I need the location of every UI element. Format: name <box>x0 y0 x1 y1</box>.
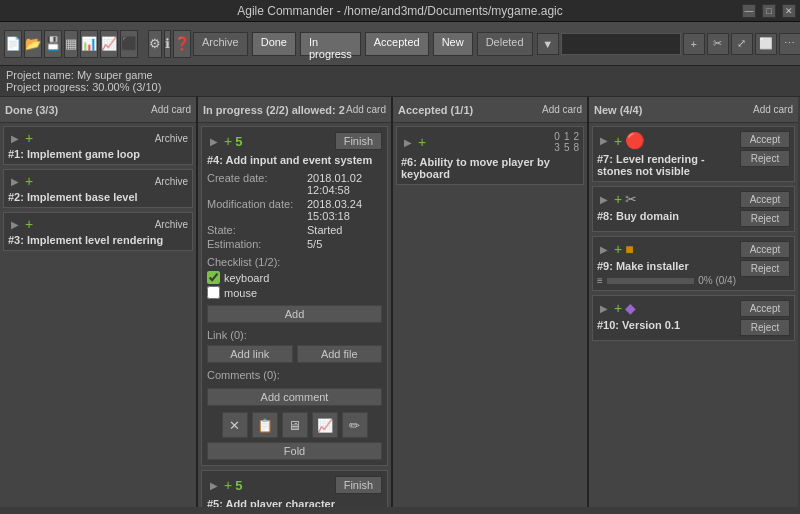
action-row: ✕ 📋 🖥 📈 ✏ <box>207 412 382 438</box>
tab-deleted[interactable]: Deleted <box>477 32 533 56</box>
card-10-reject[interactable]: Reject <box>740 319 790 336</box>
card-9-plus[interactable]: + <box>614 242 622 256</box>
fold-button[interactable]: Fold <box>207 442 382 460</box>
card-5-finish[interactable]: Finish <box>335 476 382 494</box>
card-2-play[interactable]: ▶ <box>8 174 22 188</box>
add-file-button[interactable]: Add file <box>297 345 383 363</box>
card-2-archive[interactable]: Archive <box>155 176 188 187</box>
card-1: ▶ + Archive #1: Implement game loop <box>3 126 193 165</box>
tab-archive[interactable]: Archive <box>193 32 248 56</box>
card-10-accept[interactable]: Accept <box>740 300 790 317</box>
card-1-plus[interactable]: + <box>25 131 33 145</box>
card-6-plus[interactable]: + <box>418 135 426 149</box>
card-3-plus[interactable]: + <box>25 217 33 231</box>
new-icon[interactable]: 📄 <box>4 30 22 58</box>
stats-icon[interactable]: 📈 <box>100 30 118 58</box>
gear-icon[interactable]: ⚙ <box>148 30 162 58</box>
window-controls[interactable]: — □ ✕ <box>742 4 796 18</box>
close-button[interactable]: ✕ <box>782 4 796 18</box>
block-icon[interactable]: ⬛ <box>120 30 138 58</box>
card-5-play[interactable]: ▶ <box>207 478 221 492</box>
minimize-button[interactable]: — <box>742 4 756 18</box>
add-comment-button[interactable]: Add comment <box>207 388 382 406</box>
card-6-title: #6: Ability to move player by keyboard <box>401 156 579 180</box>
card-3-play[interactable]: ▶ <box>8 217 22 231</box>
column-done-header: Done (3/3) Add card <box>0 97 196 123</box>
card-10: ▶ + ◆ #10: Version 0.1 Accept Reject <box>592 295 795 341</box>
card-7-accept[interactable]: Accept <box>740 131 790 148</box>
expand-icon[interactable]: ⤢ <box>731 33 753 55</box>
checklist-mouse-checkbox[interactable] <box>207 286 220 299</box>
card-8-plus[interactable]: + <box>614 192 622 206</box>
add-card-done-button[interactable]: Add card <box>151 104 191 115</box>
card-10-icon: ◆ <box>625 300 636 316</box>
tab-done[interactable]: Done <box>252 32 296 56</box>
card-4-play[interactable]: ▶ <box>207 134 221 148</box>
card-7-plus[interactable]: + <box>614 134 622 148</box>
title-text: Agile Commander - /home/and3md/Documents… <box>237 4 562 18</box>
add-search-icon[interactable]: + <box>683 33 705 55</box>
edit-action-icon[interactable]: ✏ <box>342 412 368 438</box>
card-9-content: ▶ + ■ #9: Make installer ≡ 0% (0/4) <box>597 241 736 286</box>
p0: 0 <box>554 131 560 142</box>
card-9-title: #9: Make installer <box>597 260 736 272</box>
card-10-play[interactable]: ▶ <box>597 301 611 315</box>
card-4-plus[interactable]: + <box>224 134 232 148</box>
toolbar: 📄 📂 💾 ▦ 📊 📈 ⬛ ⚙ ℹ ❓ Archive Done In prog… <box>0 22 800 66</box>
maximize-button[interactable]: □ <box>762 4 776 18</box>
card-8-accept[interactable]: Accept <box>740 191 790 208</box>
add-card-accepted-button[interactable]: Add card <box>542 104 582 115</box>
chart-icon[interactable]: 📊 <box>80 30 98 58</box>
card-5-plus[interactable]: + <box>224 478 232 492</box>
search-input[interactable] <box>561 33 681 55</box>
card-9-progress-icon: ≡ <box>597 275 603 286</box>
copy-action-icon[interactable]: 📋 <box>252 412 278 438</box>
add-card-new-button[interactable]: Add card <box>753 104 793 115</box>
checklist-keyboard-checkbox[interactable] <box>207 271 220 284</box>
add-link-button[interactable]: Add link <box>207 345 293 363</box>
p5: 5 <box>564 142 570 153</box>
more-icon[interactable]: ⋯ <box>779 33 800 55</box>
card-2: ▶ + Archive #2: Implement base level <box>3 169 193 208</box>
card-10-plus[interactable]: + <box>614 301 622 315</box>
help-icon[interactable]: ❓ <box>173 30 191 58</box>
collapse-icon[interactable]: ⬜ <box>755 33 777 55</box>
card-3-archive[interactable]: Archive <box>155 219 188 230</box>
scissors-icon[interactable]: ✂ <box>707 33 729 55</box>
card-1-title: #1: Implement game loop <box>8 148 188 160</box>
column-inprogress-title: In progress (2/2) allowed: 2 <box>203 104 345 116</box>
delete-action-icon[interactable]: ✕ <box>222 412 248 438</box>
card-1-archive[interactable]: Archive <box>155 133 188 144</box>
card-1-play[interactable]: ▶ <box>8 131 22 145</box>
card-5: ▶ + 5 Finish #5: Add player character ≡ … <box>201 470 388 507</box>
card-2-plus[interactable]: + <box>25 174 33 188</box>
card-9-play[interactable]: ▶ <box>597 242 611 256</box>
card-8-actions: Accept Reject <box>740 191 790 227</box>
card-9-actions: Accept Reject <box>740 241 790 277</box>
tab-accepted[interactable]: Accepted <box>365 32 429 56</box>
card-6-play[interactable]: ▶ <box>401 135 415 149</box>
chart-action-icon[interactable]: 📈 <box>312 412 338 438</box>
screen-action-icon[interactable]: 🖥 <box>282 412 308 438</box>
grid-icon[interactable]: ▦ <box>64 30 78 58</box>
checklist-add-button[interactable]: Add <box>207 305 382 323</box>
column-new-header: New (4/4) Add card <box>589 97 798 123</box>
info-icon[interactable]: ℹ <box>164 30 171 58</box>
mod-date-value: 2018.03.2415:03:18 <box>307 198 362 222</box>
card-9-progress: ≡ 0% (0/4) <box>597 275 736 286</box>
card-9-reject[interactable]: Reject <box>740 260 790 277</box>
add-card-inprogress-button[interactable]: Add card <box>346 104 386 115</box>
tab-new[interactable]: New <box>433 32 473 56</box>
card-4-finish[interactable]: Finish <box>335 132 382 150</box>
card-9-progress-label: 0% (0/4) <box>698 275 736 286</box>
card-9-accept[interactable]: Accept <box>740 241 790 258</box>
card-7-reject[interactable]: Reject <box>740 150 790 167</box>
save-icon[interactable]: 💾 <box>44 30 62 58</box>
card-9-icons: ▶ + ■ <box>597 241 736 257</box>
tab-inprogress[interactable]: In progress <box>300 32 361 56</box>
card-8-reject[interactable]: Reject <box>740 210 790 227</box>
open-icon[interactable]: 📂 <box>24 30 42 58</box>
filter-icon[interactable]: ▼ <box>537 33 559 55</box>
card-8-play[interactable]: ▶ <box>597 192 611 206</box>
card-7-play[interactable]: ▶ <box>597 134 611 148</box>
